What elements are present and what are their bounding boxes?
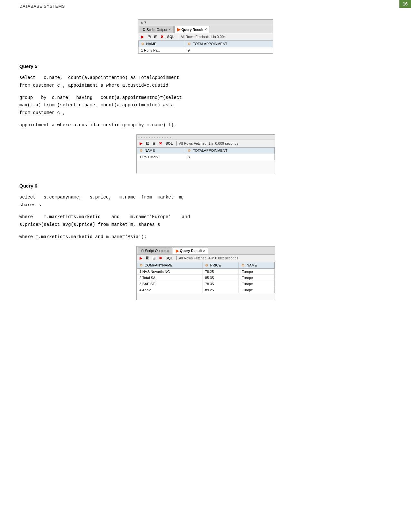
query6-code1: select s.companyname, s.price, m.name fr… [19, 194, 392, 209]
col-icon-company-3: ⚙ [140, 263, 143, 267]
cell-3-0: 4 Apple [137, 287, 202, 293]
toolbar-divider-2 [176, 141, 177, 146]
panel2-toolbar: ▶ 🖹 ⊞ ✖ SQL All Rows Fetched: 1 in 0.009… [137, 140, 275, 147]
grid-icon-2[interactable]: ⊞ [152, 141, 157, 146]
table-row: 1 Rony Patt 9 [138, 47, 273, 53]
panel2: - - - - - - - - - - - - - ▶ 🖹 ⊞ ✖ SQL Al… [136, 134, 275, 173]
cell-0-2: Europe [239, 268, 274, 275]
result-table-2: ⚙ NAME ⚙ TOTALAPPOINMENT 1 Paul Mark [137, 147, 275, 160]
page-number: 16 [399, 0, 411, 8]
run-icon-2[interactable]: ▶ [139, 141, 144, 146]
result-table-1: ⚙ NAME ⚙ TOTALAPPOINMENT 1 Rony Patt 9 [138, 41, 273, 53]
tab-query-result-3[interactable]: ▶ Query Result ✕ [173, 247, 208, 254]
table-row: 2 Total SA85.35Europe [137, 275, 274, 281]
col-icon-name-2: ⚙ [140, 149, 143, 152]
sql-label-3: SQL [166, 256, 173, 260]
cell-name-2-1: 1 Paul Mark [137, 154, 185, 160]
panel3-wrapper: 🗒 Script Output ✕ ▶ Query Result ✕ ▶ 🖹 ⊞… [19, 246, 392, 300]
col-header-name-3: ⚙ NAME [239, 262, 274, 268]
query6-code2: where m.marketid=s.marketid and m.name='… [19, 213, 392, 229]
tab-query-result-1[interactable]: ▶ Query Result ✕ [174, 26, 210, 33]
panel1: ▲▼ 🗒 Script Output ✕ ▶ Query Result ✕ ▶ … [138, 19, 273, 54]
tab-close-query-1[interactable]: ✕ [204, 28, 207, 31]
toolbar-status-2: All Rows Fetched: 1 in 0.009 seconds [179, 141, 238, 145]
table-row: 3 SAP SE78.35Europe [137, 281, 274, 287]
cell-3-1: 89.25 [202, 287, 239, 293]
col-header-price-3: ⚙ PRICE [202, 262, 239, 268]
col-header-total-1: ⚙ TOTALAPPOINMENT [185, 41, 273, 47]
panel3-toolbar: ▶ 🖹 ⊞ ✖ SQL All Rows Fetched: 4 in 0.002… [137, 255, 275, 262]
tab-query-label-1: Query Result [181, 28, 203, 32]
grid-icon-1[interactable]: ⊞ [153, 34, 158, 39]
tab-script-output-3[interactable]: 🗒 Script Output ✕ [138, 247, 172, 254]
page-header: DATABASE SYSTEMS [19, 4, 65, 9]
query5-code3: appointment a where a.custid=c.custid gr… [19, 121, 392, 129]
sql-label-2: SQL [166, 141, 173, 145]
panel3-tabs: 🗒 Script Output ✕ ▶ Query Result ✕ [137, 247, 275, 255]
panel1-toolbar: ▶ 🖹 ⊞ ✖ SQL All Rows Fetched: 1 in 0.004 [138, 33, 273, 41]
col-icon-total-2: ⚙ [188, 149, 191, 152]
toolbar-divider-3 [176, 256, 177, 260]
cell-2-1: 78.35 [202, 281, 239, 287]
run-icon-3[interactable]: ▶ [139, 256, 144, 261]
tab-script-label-3: Script Output [145, 249, 166, 253]
col-header-name-1: ⚙ NAME [138, 41, 185, 47]
cell-0-1: 78.25 [202, 268, 239, 275]
tab-close-script-3[interactable]: ✕ [167, 249, 169, 253]
run-icon-1[interactable]: ▶ [140, 34, 145, 39]
cell-3-2: Europe [239, 287, 274, 293]
query5-code1: select c.name, count(a.appointmentno) as… [19, 74, 392, 90]
panel1-wrapper: ▲▼ 🗒 Script Output ✕ ▶ Query Result ✕ ▶ … [19, 19, 392, 54]
table-row: 4 Apple89.25Europe [137, 287, 274, 293]
toolbar-status-3: All Rows Fetched: 4 in 0.002 seconds [179, 256, 238, 260]
col-icon-name-3: ⚙ [241, 263, 245, 267]
col-header-total-2: ⚙ TOTALAPPOINMENT [185, 147, 274, 154]
col-icon-total-1: ⚙ [188, 42, 191, 46]
tab-script-label-1: Script Output [147, 28, 167, 32]
toolbar-status-1: All Rows Fetched: 1 in 0.004 [181, 35, 226, 39]
cell-total-2-1: 3 [185, 154, 274, 160]
cell-1-2: Europe [239, 275, 274, 281]
panel1-tabs: 🗒 Script Output ✕ ▶ Query Result ✕ [138, 25, 273, 33]
query5-title: Query 5 [19, 63, 392, 69]
cell-total-1-1: 9 [185, 47, 273, 53]
stop-icon-2[interactable]: ✖ [158, 141, 163, 146]
cell-1-1: 85.35 [202, 275, 239, 281]
query5-code2: group by c.name having count(a.appointme… [19, 94, 392, 117]
col-header-company-3: ⚙ COMPANYNAME [137, 262, 202, 268]
panel3: 🗒 Script Output ✕ ▶ Query Result ✕ ▶ 🖹 ⊞… [136, 246, 275, 300]
panel2-wrapper: - - - - - - - - - - - - - ▶ 🖹 ⊞ ✖ SQL Al… [19, 134, 392, 173]
save-icon-2[interactable]: 🖹 [145, 141, 150, 146]
table-row: 1 NVS Novartis NG78.25Europe [137, 268, 274, 275]
col-icon-price-3: ⚙ [205, 263, 208, 267]
grid-icon-3[interactable]: ⊞ [152, 256, 157, 261]
cell-2-0: 3 SAP SE [137, 281, 202, 287]
col-icon-name-1: ⚙ [141, 42, 144, 46]
sql-label-1: SQL [167, 35, 175, 39]
stop-icon-1[interactable]: ✖ [160, 34, 165, 39]
cell-2-2: Europe [239, 281, 274, 287]
query5-section: Query 5 select c.name, count(a.appointme… [19, 63, 392, 173]
query6-title: Query 6 [19, 183, 392, 189]
tab-query-label-3: Query Result [180, 249, 202, 253]
tab-script-output-1[interactable]: 🗒 Script Output ✕ [140, 26, 174, 33]
cell-1-0: 2 Total SA [137, 275, 202, 281]
query6-section: Query 6 select s.companyname, s.price, m… [19, 183, 392, 300]
save-icon-3[interactable]: 🖹 [145, 256, 150, 261]
save-icon-1[interactable]: 🖹 [147, 34, 152, 39]
toolbar-divider-1 [178, 34, 178, 39]
query6-code3: where m.marketid=s.marketid and m.name='… [19, 233, 392, 241]
col-header-name-2: ⚙ NAME [137, 147, 185, 154]
table-row: 1 Paul Mark 3 [137, 154, 274, 160]
stop-icon-3[interactable]: ✖ [158, 256, 163, 261]
cell-name-1-1: 1 Rony Patt [138, 47, 185, 53]
tab-close-query-3[interactable]: ✕ [203, 249, 205, 253]
query-icon-1: ▶ [177, 27, 181, 32]
query-icon-3: ▶ [176, 248, 179, 253]
result-table-3: ⚙ COMPANYNAME ⚙ PRICE ⚙ NAME [137, 262, 275, 293]
cell-0-0: 1 NVS Novartis NG [137, 268, 202, 275]
tab-close-script-1[interactable]: ✕ [168, 28, 171, 31]
